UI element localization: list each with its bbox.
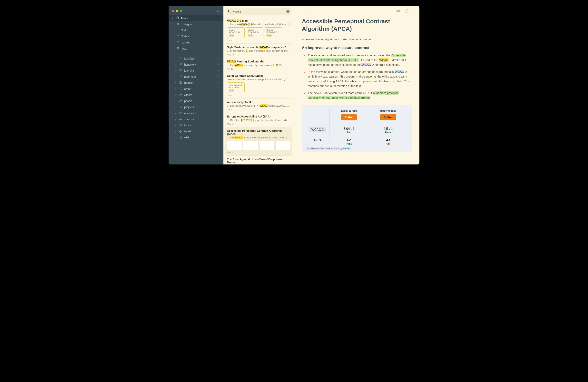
result-title: Color Contrast Cheat Sheet bbox=[227, 74, 290, 77]
sidebar-item-untagged[interactable]: Untagged bbox=[168, 21, 223, 27]
compare-result: Pass bbox=[330, 142, 368, 145]
sidebar-tag-wiki[interactable]: wiki bbox=[168, 134, 223, 140]
thumbnail[interactable] bbox=[259, 141, 274, 150]
close-window-button[interactable] bbox=[172, 10, 174, 12]
svg-rect-10 bbox=[177, 35, 179, 37]
zoom-window-button[interactable] bbox=[180, 10, 182, 12]
wand-icon bbox=[179, 63, 182, 66]
more-menu-button[interactable]: ⋮ bbox=[412, 9, 416, 13]
svg-point-15 bbox=[180, 89, 180, 90]
nav-back-button[interactable]: ‹ bbox=[299, 9, 301, 13]
sidebar-root-notes[interactable]: ▾ Notes bbox=[168, 15, 223, 21]
sidebar-tag-north-star[interactable]: north-star bbox=[168, 74, 223, 80]
search-icon bbox=[228, 10, 231, 14]
settings-sliders-icon[interactable] bbox=[217, 9, 220, 13]
search-result-item[interactable]: Accessible Perceptual Contrast Algorithm… bbox=[225, 127, 292, 156]
sidebar-item-today[interactable]: Today bbox=[168, 33, 223, 39]
result-snippet: … presentation. 2. The new page must con… bbox=[227, 49, 290, 52]
sample-button-light: Button bbox=[341, 114, 357, 120]
search-result-item[interactable]: The Case Against Hover-Based Dropdown Me… bbox=[224, 156, 293, 164]
pin-icon bbox=[218, 81, 220, 84]
chevron-down-icon: ▾ bbox=[172, 17, 174, 19]
format-biu-button[interactable]: BIU bbox=[396, 9, 401, 13]
sidebar-fixed-section: ▾ Notes UntaggedTodoTodayLockedTrash bbox=[168, 13, 223, 54]
sidebar-item-trash[interactable]: Trash bbox=[168, 45, 223, 52]
sidebar-tag-favorites[interactable]: favorites bbox=[168, 56, 223, 61]
note-bullet: The new APCA system is a bit more comple… bbox=[303, 91, 412, 100]
result-attachments: Intopia-WCAG-2.2-PDFIntopia-WCAG-2.2-PDF… bbox=[227, 27, 290, 38]
attachment-chip[interactable]: German-WCAG-2.2-PDF bbox=[265, 27, 282, 38]
window-controls bbox=[168, 6, 223, 13]
sidebar-tag-clients[interactable]: ›clients bbox=[168, 92, 223, 98]
svg-rect-9 bbox=[177, 29, 179, 31]
pdf-badge: PDF bbox=[248, 34, 253, 37]
sidebar-tag-topics[interactable]: ›topics bbox=[168, 122, 223, 128]
chevron-right-icon: › bbox=[175, 94, 177, 96]
minimize-window-button[interactable] bbox=[176, 10, 178, 12]
result-date: Jun 4 bbox=[227, 94, 290, 96]
sidebar-tag-label: handwerk bbox=[184, 63, 196, 66]
chevron-right-icon: › bbox=[175, 124, 177, 126]
svg-point-18 bbox=[181, 94, 182, 94]
sidebar-root-label: Notes bbox=[181, 17, 188, 20]
search-result-item[interactable]: Color Contrast Cheat Sheetcolor-contrast… bbox=[224, 72, 293, 99]
sidebar-tag-travel[interactable]: ›travel bbox=[168, 128, 223, 134]
compare-row-label: WCAG 2 bbox=[306, 124, 329, 135]
chevron-right-icon: › bbox=[175, 70, 177, 72]
chevron-right-icon: › bbox=[175, 106, 177, 108]
sidebar-tag-projects[interactable]: ›projects bbox=[168, 104, 223, 110]
svg-point-14 bbox=[181, 88, 182, 88]
thumbnail[interactable] bbox=[227, 141, 242, 150]
sidebar-tag-handwerk[interactable]: ›handwerk bbox=[168, 61, 223, 68]
search-result-item[interactable]: European Accessibility Act (EAA)… Direct… bbox=[224, 113, 293, 127]
sidebar-tag-areas[interactable]: ›areas bbox=[168, 86, 223, 92]
sidebar-tag-sources[interactable]: ›sources bbox=[168, 116, 223, 122]
clear-search-button[interactable]: ✕ bbox=[286, 10, 290, 13]
sidebar-item-label: Trash bbox=[182, 47, 188, 50]
chevron-right-icon: › bbox=[175, 82, 177, 84]
search-result-item[interactable]: Style Switcher to enable WCAG-compliance… bbox=[224, 44, 293, 58]
svg-rect-6 bbox=[177, 17, 178, 19]
attachment-chip[interactable]: color-contrast-text-cheat-PDF bbox=[227, 82, 245, 93]
pdf-badge: PDF bbox=[266, 34, 272, 37]
search-result-item[interactable]: WCAG 2.2 Map… Intopia-WCAG-2.2-Map-Portr… bbox=[224, 17, 293, 44]
search-result-item[interactable]: Accessibility Toolkit… html.spec.whatwg.… bbox=[224, 99, 293, 113]
thumbnail[interactable] bbox=[275, 141, 290, 150]
sample-button-dark: Button bbox=[380, 114, 396, 120]
note-body[interactable]: Accessible Perceptual Contrast Algorithm… bbox=[294, 16, 420, 164]
chevron-right-icon: › bbox=[175, 100, 177, 102]
contrast-comparison-card: Easier to readButtonHarder to readButton… bbox=[302, 105, 412, 152]
list-icon bbox=[179, 117, 182, 121]
sidebar-item-todo[interactable]: Todo bbox=[168, 27, 223, 33]
sidebar-tag-reading[interactable]: ›reading bbox=[168, 80, 223, 86]
grid-icon bbox=[179, 87, 182, 91]
svg-point-16 bbox=[181, 89, 182, 90]
sidebar-tag-label: north-star bbox=[184, 75, 196, 78]
sidebar-tag-label: projects bbox=[184, 106, 194, 109]
search-result-item[interactable]: WCAG Parsing Bookmarklet… the WCAG parsi… bbox=[224, 58, 293, 72]
sidebar-tag-people[interactable]: ›people bbox=[168, 98, 223, 104]
nav-forward-button[interactable]: › bbox=[304, 9, 305, 13]
sidebar-item-label: Locked bbox=[182, 41, 190, 44]
svg-rect-12 bbox=[177, 42, 179, 43]
search-results-list[interactable]: WCAG 2.2 Map… Intopia-WCAG-2.2-Map-Portr… bbox=[223, 17, 294, 164]
info-button[interactable]: ⓘ bbox=[405, 9, 408, 13]
pin-icon bbox=[218, 57, 220, 60]
svg-point-8 bbox=[177, 23, 178, 23]
search-input[interactable] bbox=[232, 10, 285, 13]
attachment-chip[interactable]: Intopia-WCAG-2.2-PDF bbox=[227, 27, 245, 38]
note-intro: A new and better algorithm to determine … bbox=[302, 37, 412, 42]
note-pane: ‹ › BIU ⓘ ⋮ Accessible Perceptual Contra… bbox=[294, 6, 420, 164]
thumbnail[interactable] bbox=[243, 141, 258, 150]
compare-value: 3.04 : 1 bbox=[330, 124, 368, 131]
grad-icon bbox=[179, 69, 182, 73]
sidebar-tag-learning[interactable]: ›learning bbox=[168, 68, 223, 74]
sidebar-item-locked[interactable]: Locked bbox=[168, 39, 223, 45]
attachment-chip[interactable]: Intopia-WCAG-2.2-PDF bbox=[246, 27, 263, 38]
result-snippet: … Directive 2019/882,](https://eot.pract… bbox=[227, 119, 290, 122]
note-icon bbox=[176, 16, 179, 20]
search-bar[interactable]: ✕ bbox=[226, 8, 292, 15]
sidebar-tag-resources[interactable]: ›resources bbox=[168, 110, 223, 116]
result-date: May 17 bbox=[227, 123, 290, 125]
compare-value: 62 bbox=[330, 135, 368, 142]
